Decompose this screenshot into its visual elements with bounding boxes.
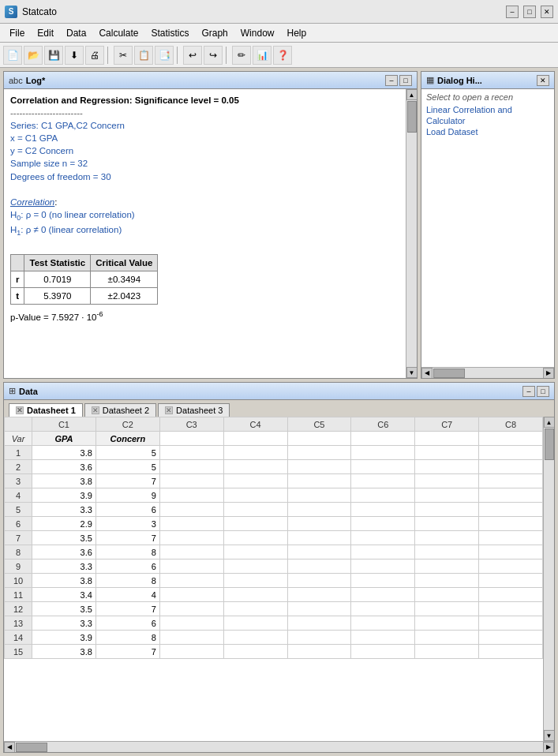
data-hscrollbar[interactable]: ◀ ▶ [4, 741, 554, 752]
vscroll-up[interactable]: ▲ [544, 417, 555, 428]
cell-r12-c4[interactable] [223, 602, 287, 616]
cell-r8-c7[interactable] [415, 545, 479, 560]
dialog-link-linear[interactable]: Linear Correlation and [426, 105, 549, 114]
cell-r9-c5[interactable] [287, 560, 351, 574]
scroll-right-arrow[interactable]: ▶ [543, 368, 554, 379]
cell-r12-c1[interactable]: 3.5 [32, 602, 96, 616]
cell-r15-c6[interactable] [351, 645, 415, 659]
cell-r12-c2[interactable]: 7 [95, 602, 159, 616]
toolbar-edit[interactable]: ✏ [232, 46, 251, 65]
var-c8[interactable] [479, 432, 543, 446]
dialog-link-load-dataset[interactable]: Load Dataset [426, 127, 549, 137]
hscroll-track[interactable] [15, 742, 543, 753]
toolbar-cut[interactable]: ✂ [114, 46, 133, 65]
tab2-close[interactable]: ✕ [92, 406, 99, 414]
cell-r13-c2[interactable]: 6 [95, 616, 159, 631]
cell-r8-c5[interactable] [287, 545, 351, 560]
cell-r8-c8[interactable] [479, 545, 543, 560]
cell-r11-c7[interactable] [415, 588, 479, 602]
dialog-hscrollbar[interactable]: ◀ ▶ [421, 367, 554, 378]
cell-r6-c8[interactable] [479, 517, 543, 531]
cell-r6-c6[interactable] [351, 517, 415, 531]
cell-r2-c2[interactable]: 5 [95, 460, 159, 474]
cell-r10-c8[interactable] [479, 574, 543, 588]
cell-r10-c4[interactable] [223, 574, 287, 588]
cell-r13-c4[interactable] [223, 616, 287, 631]
hscroll-thumb[interactable] [16, 743, 47, 752]
cell-r9-c8[interactable] [479, 560, 543, 574]
log-maximize-button[interactable]: □ [399, 75, 412, 86]
toolbar-help[interactable]: ❓ [273, 46, 292, 65]
cell-r4-c1[interactable]: 3.9 [32, 488, 96, 503]
maximize-button[interactable]: □ [523, 6, 536, 18]
menu-edit[interactable]: Edit [31, 26, 60, 40]
cell-r2-c1[interactable]: 3.6 [32, 460, 96, 474]
cell-r4-c4[interactable] [223, 488, 287, 503]
cell-r7-c5[interactable] [287, 531, 351, 545]
var-c2[interactable]: Concern [95, 432, 159, 446]
tab-datasheet1[interactable]: ✕ Datasheet 1 [9, 403, 83, 417]
scroll-left-arrow[interactable]: ◀ [421, 368, 433, 379]
menu-help[interactable]: Help [280, 26, 313, 40]
cell-r11-c4[interactable] [223, 588, 287, 602]
cell-r6-c4[interactable] [223, 517, 287, 531]
data-vscrollbar[interactable]: ▲ ▼ [543, 417, 554, 741]
cell-r10-c2[interactable]: 8 [95, 574, 159, 588]
cell-r3-c1[interactable]: 3.8 [32, 474, 96, 488]
cell-r5-c6[interactable] [351, 503, 415, 517]
cell-r9-c6[interactable] [351, 560, 415, 574]
cell-r1-c4[interactable] [223, 446, 287, 460]
toolbar-copy[interactable]: 📋 [134, 46, 153, 65]
hscroll-right[interactable]: ▶ [543, 742, 554, 753]
cell-r3-c4[interactable] [223, 474, 287, 488]
cell-r3-c3[interactable] [159, 474, 223, 488]
dialog-close-button[interactable]: ✕ [537, 75, 549, 86]
tab1-close[interactable]: ✕ [16, 406, 24, 414]
cell-r13-c1[interactable]: 3.3 [32, 616, 96, 631]
cell-r15-c8[interactable] [479, 645, 543, 659]
cell-r5-c4[interactable] [223, 503, 287, 517]
cell-r7-c4[interactable] [223, 531, 287, 545]
vscroll-thumb[interactable] [545, 429, 554, 460]
cell-r1-c8[interactable] [479, 446, 543, 460]
cell-r7-c8[interactable] [479, 531, 543, 545]
cell-r9-c7[interactable] [415, 560, 479, 574]
cell-r12-c7[interactable] [415, 602, 479, 616]
cell-r5-c3[interactable] [159, 503, 223, 517]
cell-r4-c2[interactable]: 9 [95, 488, 159, 503]
var-c5[interactable] [287, 432, 351, 446]
cell-r5-c8[interactable] [479, 503, 543, 517]
cell-r6-c5[interactable] [287, 517, 351, 531]
cell-r1-c1[interactable]: 3.8 [32, 446, 96, 460]
cell-r15-c3[interactable] [159, 645, 223, 659]
close-button[interactable]: ✕ [541, 6, 553, 18]
tab-datasheet3[interactable]: ✕ Datasheet 3 [158, 403, 230, 417]
cell-r8-c6[interactable] [351, 545, 415, 560]
menu-data[interactable]: Data [60, 26, 92, 40]
menu-file[interactable]: File [3, 26, 31, 40]
cell-r4-c3[interactable] [159, 488, 223, 503]
cell-r6-c1[interactable]: 2.9 [32, 517, 96, 531]
cell-r2-c4[interactable] [223, 460, 287, 474]
cell-r13-c8[interactable] [479, 616, 543, 631]
cell-r9-c1[interactable]: 3.3 [32, 560, 96, 574]
cell-r2-c8[interactable] [479, 460, 543, 474]
scroll-thumb[interactable] [407, 101, 417, 133]
cell-r11-c1[interactable]: 3.4 [32, 588, 96, 602]
toolbar-save[interactable]: 💾 [44, 46, 63, 65]
toolbar-paste[interactable]: 📑 [155, 46, 174, 65]
cell-r14-c6[interactable] [351, 631, 415, 645]
cell-r1-c7[interactable] [415, 446, 479, 460]
log-scrollbar[interactable]: ▲ ▼ [406, 89, 417, 378]
cell-r5-c5[interactable] [287, 503, 351, 517]
cell-r14-c7[interactable] [415, 631, 479, 645]
cell-r8-c3[interactable] [159, 545, 223, 560]
cell-r14-c1[interactable]: 3.9 [32, 631, 96, 645]
tab3-close[interactable]: ✕ [165, 406, 173, 414]
toolbar-redo[interactable]: ↪ [204, 46, 223, 65]
cell-r7-c7[interactable] [415, 531, 479, 545]
cell-r13-c3[interactable] [159, 616, 223, 631]
menu-graph[interactable]: Graph [195, 26, 234, 40]
toolbar-print[interactable]: 🖨 [85, 46, 104, 65]
cell-r3-c7[interactable] [415, 474, 479, 488]
